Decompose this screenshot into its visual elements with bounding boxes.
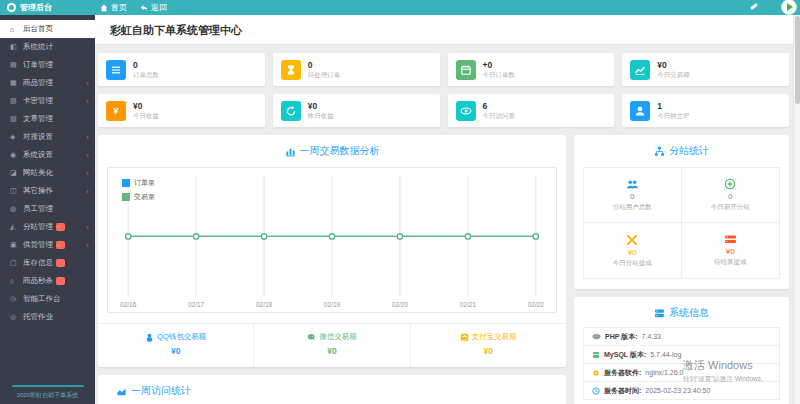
- payments-row: QQ钱包交易额 ¥0 微信交易额 ¥0: [98, 323, 566, 367]
- player-logo-icon[interactable]: [781, 0, 797, 15]
- stat-cards-row-1: 0订单总数 0待处理订单 +0今日订单数 ¥0今日交易额: [98, 53, 789, 86]
- alipay-stat: 支付宝交易额 ¥0: [410, 324, 566, 367]
- weekly-trade-panel: 一周交易数据分析 订单量 交易量: [98, 135, 566, 367]
- sidebar-item-supply[interactable]: ▣供货管理‹: [0, 236, 95, 254]
- stat-card-today-visits: 6今日访问量: [448, 94, 615, 127]
- php-icon: [592, 333, 601, 340]
- legend-swatch: [122, 179, 130, 187]
- sidebar-item-staff[interactable]: ◍员工管理: [0, 200, 95, 218]
- sidebar-item-orders[interactable]: ▤订单管理: [0, 56, 95, 74]
- task-icon: ◎: [10, 313, 19, 321]
- svg-text:02/18: 02/18: [256, 301, 273, 308]
- chevron-icon: ‹: [86, 241, 89, 250]
- server-icon: [654, 308, 665, 319]
- back-arrow-icon: [140, 4, 148, 12]
- substation-panel: 分站统计 0 分站用户总数 0 今日新开分站: [574, 135, 789, 289]
- sidebar-item-stock[interactable]: ▢库存信息: [0, 254, 95, 272]
- server-software-row: 服务器软件: nginx/1.26.0: [584, 364, 779, 382]
- trend-line-svg: 02/1602/1702/1802/1902/2002/2102/22: [108, 168, 556, 312]
- sidebar-item-other[interactable]: ◫其它操作‹: [0, 182, 95, 200]
- sidebar-item-task[interactable]: ◎托管作业: [0, 308, 95, 326]
- topbar: 管理后台 首页 返回: [0, 0, 800, 15]
- svg-text:02/19: 02/19: [324, 301, 341, 308]
- home-icon: [100, 4, 108, 12]
- chevron-icon: ‹: [86, 151, 89, 160]
- legend-item-orders[interactable]: 订单量: [122, 178, 155, 188]
- nav-back[interactable]: 返回: [140, 2, 167, 13]
- svg-text:02/21: 02/21: [460, 301, 477, 308]
- products-icon: ▦: [10, 79, 19, 87]
- svg-text:02/22: 02/22: [528, 301, 545, 308]
- settlement-card-icon: [724, 234, 737, 245]
- chevron-icon: ‹: [86, 169, 89, 178]
- sidebar-item-settings[interactable]: ◉系统设置‹: [0, 146, 95, 164]
- vertical-scrollbar[interactable]: [793, 15, 800, 404]
- stat-card-pending-orders: 0待处理订单: [273, 53, 440, 86]
- sidebar-item-beautify[interactable]: ◪网站美化‹: [0, 164, 95, 182]
- gear-icon: ◉: [10, 151, 19, 159]
- new-badge: [56, 277, 65, 285]
- sidebar-item-seckill[interactable]: ◊商品秒杀: [0, 272, 95, 290]
- link-icon: ◈: [10, 133, 19, 141]
- clock-icon: ◷: [10, 295, 19, 303]
- app-title: 管理后台: [20, 2, 52, 13]
- yen-icon: ¥: [106, 101, 126, 121]
- qq-wallet-stat: QQ钱包交易额 ¥0: [98, 324, 253, 367]
- sidebar-item-stats[interactable]: ◧系统统计: [0, 38, 95, 56]
- tool-icon[interactable]: [750, 3, 758, 10]
- chevron-icon: ‹: [86, 187, 89, 196]
- stat-card-orders-total: 0订单总数: [98, 53, 265, 86]
- trade-panel-title: 一周交易数据分析: [98, 135, 566, 158]
- weekly-visits-panel: 一周访问统计: [98, 375, 566, 404]
- php-version-row: PHP 版本: 7.4.33: [584, 328, 779, 346]
- stat-card-yesterday-income: ¥0昨日收益: [273, 94, 440, 127]
- svg-text:02/16: 02/16: [120, 301, 137, 308]
- eye-icon: [456, 101, 476, 121]
- sidebar-item-substation[interactable]: ◭分站管理‹: [0, 218, 95, 236]
- clock-icon: [592, 387, 600, 395]
- legend-item-trades[interactable]: 交易量: [122, 192, 155, 202]
- mysql-version-row: MySQL 版本: 5.7.44-log: [584, 346, 779, 364]
- alipay-icon: [460, 333, 469, 342]
- stat-card-today-orders: +0今日订单数: [448, 53, 615, 86]
- substation-grid: 0 分站用户总数 0 今日新开分站 ¥0 今日分站提成: [583, 167, 780, 279]
- stat-card-today-trade: ¥0今日交易额: [622, 53, 789, 86]
- flash-icon: ◊: [10, 278, 19, 285]
- logo-icon: [7, 3, 16, 12]
- undo-icon: [281, 101, 301, 121]
- app-logo[interactable]: 管理后台: [0, 2, 95, 13]
- substation-commission-cell: ¥0 今日分站提成: [583, 223, 682, 279]
- sidebar-item-cards[interactable]: ▧卡密管理‹: [0, 92, 95, 110]
- users-group-icon: [626, 179, 639, 190]
- wechat-stat: 微信交易额 ¥0: [253, 324, 409, 367]
- chart-legend: 订单量 交易量: [122, 178, 155, 206]
- sidebar-item-docking[interactable]: ◈对接设置‹: [0, 128, 95, 146]
- scrollbar-thumb[interactable]: [795, 16, 800, 104]
- chevron-icon: ‹: [86, 133, 89, 142]
- page-title: 彩虹自助下单系统管理中心: [110, 24, 242, 36]
- sidebar-item-workbench[interactable]: ◷智能工作台: [0, 290, 95, 308]
- legend-swatch: [122, 193, 130, 201]
- main-content: 彩虹自助下单系统管理中心 0订单总数 0待处理订单 +0今日订单数: [95, 15, 793, 404]
- nav-home[interactable]: 首页: [100, 2, 127, 13]
- wechat-icon: [307, 333, 316, 342]
- qq-icon: [145, 333, 154, 342]
- substation-panel-title: 分站统计: [574, 135, 789, 158]
- sidebar-item-products[interactable]: ▦商品管理‹: [0, 74, 95, 92]
- substation-new-cell: 0 今日新开分站: [682, 167, 781, 223]
- sidebar-item-articles[interactable]: ▨文章管理: [0, 110, 95, 128]
- article-icon: ▨: [10, 115, 19, 123]
- supply-icon: ▣: [10, 241, 19, 249]
- sidebar-footer: 2020彩虹自助下单系统: [0, 385, 95, 404]
- hourglass-icon: [281, 60, 301, 80]
- footer-text: 2020彩虹自助下单系统: [0, 391, 95, 400]
- svg-text:02/17: 02/17: [188, 301, 205, 308]
- card-key-icon: ▧: [10, 97, 19, 105]
- order-list-icon: [106, 60, 126, 80]
- system-panel-title: 系统信息: [574, 297, 789, 320]
- footer-divider: [12, 385, 84, 387]
- sidebar-item-home[interactable]: ⌂后台首页: [0, 20, 95, 38]
- sitemap-icon: [654, 146, 665, 157]
- calendar-icon: [456, 60, 476, 80]
- top-nav: 首页 返回: [95, 2, 167, 13]
